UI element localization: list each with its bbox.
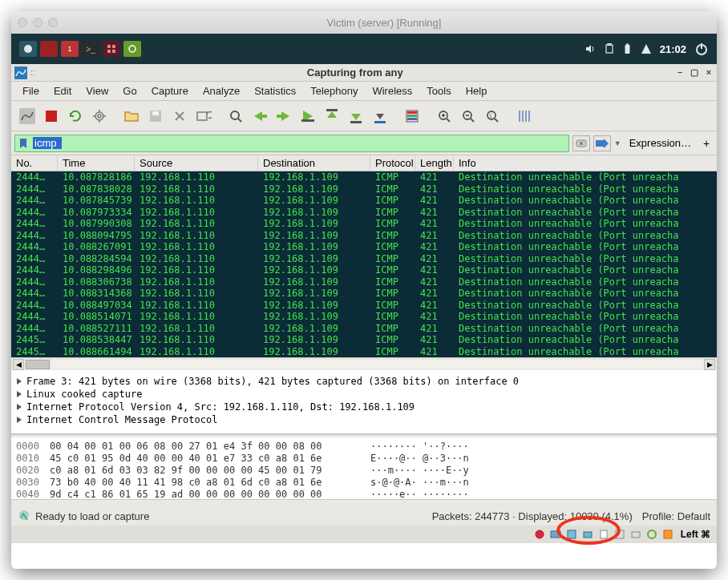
- auto-scroll-button[interactable]: [369, 105, 391, 127]
- filter-dropdown-icon[interactable]: ▼: [614, 139, 621, 147]
- packet-row[interactable]: 2444…10.088527111192.168.1.110192.168.1.…: [11, 323, 717, 335]
- expand-arrow-icon[interactable]: [17, 378, 22, 385]
- packet-details-pane[interactable]: Frame 3: 421 bytes on wire (3368 bits), …: [11, 370, 717, 434]
- packet-row[interactable]: 2444…10.088298496192.168.1.110192.168.1.…: [11, 264, 717, 276]
- close-button[interactable]: ×: [704, 67, 714, 78]
- scrollbar-track[interactable]: [51, 360, 704, 369]
- power-icon[interactable]: [694, 42, 709, 56]
- menu-analyze[interactable]: Analyze: [196, 83, 246, 99]
- packet-row[interactable]: 2444…10.088284594192.168.1.110192.168.1.…: [11, 253, 717, 265]
- go-next-button[interactable]: [273, 105, 295, 127]
- column-header-time[interactable]: Time: [58, 155, 135, 171]
- panel-clock[interactable]: 21:02: [660, 43, 686, 55]
- filter-bookmark-icon[interactable]: [18, 138, 30, 149]
- hex-row[interactable]: 0020c0 a8 01 6d 03 03 82 9f 00 00 00 00 …: [16, 465, 712, 477]
- packet-row[interactable]: 2445…10.088661494192.168.1.110192.168.1.…: [11, 346, 717, 358]
- details-tree-item[interactable]: Frame 3: 421 bytes on wire (3368 bits), …: [14, 375, 714, 388]
- tray-icon-9[interactable]: [661, 528, 674, 541]
- expand-arrow-icon[interactable]: [17, 417, 22, 423]
- details-tree-item[interactable]: Internet Protocol Version 4, Src: 192.16…: [14, 401, 714, 413]
- start-capture-button[interactable]: [16, 105, 38, 127]
- tray-icon-3[interactable]: [565, 528, 578, 541]
- tray-icon-7[interactable]: [629, 528, 642, 541]
- notification-icon[interactable]: [641, 43, 652, 54]
- packet-row[interactable]: 2444…10.087828186192.168.1.110192.168.1.…: [11, 171, 717, 183]
- close-file-button[interactable]: [168, 105, 191, 127]
- packet-row[interactable]: 2444…10.088497034192.168.1.110192.168.1.…: [11, 300, 717, 312]
- tray-icon-8[interactable]: [645, 528, 658, 541]
- display-filter-field[interactable]: [14, 135, 569, 152]
- mac-minimize-button[interactable]: [33, 18, 42, 27]
- scroll-right-icon[interactable]: ▶: [704, 359, 715, 370]
- expert-info-icon[interactable]: [18, 509, 30, 524]
- mac-close-button[interactable]: [18, 18, 27, 27]
- save-button[interactable]: [144, 105, 167, 127]
- details-tree-item[interactable]: Internet Control Message Protocol: [14, 413, 714, 426]
- tray-icon-5[interactable]: [597, 528, 610, 541]
- panel-app-menu-icon[interactable]: [19, 41, 37, 57]
- packet-row[interactable]: 2444…10.088094795192.168.1.110192.168.1.…: [11, 230, 717, 242]
- status-profile[interactable]: Profile: Default: [642, 510, 710, 522]
- hex-row[interactable]: 001045 c0 01 95 0d 40 00 00 40 01 e7 33 …: [16, 453, 712, 465]
- tray-icon-6[interactable]: [613, 528, 626, 541]
- display-filter-input[interactable]: [33, 137, 62, 149]
- find-packet-button[interactable]: [224, 105, 247, 127]
- scroll-left-icon[interactable]: ◀: [13, 359, 24, 370]
- zoom-reset-button[interactable]: 1: [481, 105, 504, 127]
- clipboard-icon[interactable]: [605, 43, 614, 54]
- panel-item-1[interactable]: [40, 41, 58, 57]
- tray-icon-4[interactable]: [581, 528, 594, 541]
- restart-capture-button[interactable]: [64, 105, 87, 127]
- minimize-button[interactable]: –: [675, 67, 685, 78]
- packet-row[interactable]: 2444…10.088514071192.168.1.110192.168.1.…: [11, 311, 717, 323]
- colorize-button[interactable]: [401, 105, 423, 127]
- column-header-protocol[interactable]: Protocol: [370, 155, 415, 171]
- packet-row[interactable]: 2444…10.088267091192.168.1.110192.168.1.…: [11, 241, 717, 253]
- menu-capture[interactable]: Capture: [145, 83, 195, 99]
- menu-tools[interactable]: Tools: [420, 83, 457, 99]
- filter-expression-button[interactable]: Expression…: [625, 135, 696, 151]
- packet-row[interactable]: 2444…10.088314368192.168.1.110192.168.1.…: [11, 288, 717, 300]
- menu-view[interactable]: View: [79, 83, 115, 99]
- hex-row[interactable]: 00409d c4 c1 86 01 65 19 ad 00 00 00 00 …: [16, 489, 712, 500]
- column-header-length[interactable]: Length: [415, 155, 454, 171]
- reload-button[interactable]: [192, 105, 215, 127]
- panel-item-5[interactable]: [123, 41, 141, 57]
- menu-help[interactable]: Help: [459, 83, 494, 99]
- expand-arrow-icon[interactable]: [17, 391, 22, 397]
- capture-options-button[interactable]: [88, 105, 111, 127]
- packet-row[interactable]: 2444…10.087838028192.168.1.110192.168.1.…: [11, 183, 717, 195]
- packet-list-scrollbar[interactable]: ◀ ▶: [11, 357, 717, 370]
- go-prev-button[interactable]: [249, 105, 271, 127]
- battery-icon[interactable]: [622, 43, 633, 54]
- filter-clear-button[interactable]: [572, 135, 590, 151]
- zoom-out-button[interactable]: [457, 105, 479, 127]
- column-header-destination[interactable]: Destination: [258, 155, 370, 171]
- details-tree-item[interactable]: Linux cooked capture: [14, 388, 714, 401]
- column-header-no[interactable]: No.: [11, 155, 58, 171]
- packet-row[interactable]: 2444…10.087973334192.168.1.110192.168.1.…: [11, 207, 717, 219]
- maximize-button[interactable]: ▢: [690, 67, 699, 78]
- packet-bytes-pane[interactable]: 000000 04 00 01 00 06 08 00 27 01 e4 3f …: [11, 437, 717, 500]
- scrollbar-thumb[interactable]: [26, 360, 50, 369]
- tray-icon-2[interactable]: [549, 528, 562, 541]
- filter-add-button[interactable]: +: [699, 137, 714, 150]
- panel-item-4[interactable]: [103, 41, 120, 57]
- packet-row[interactable]: 2444…10.087845739192.168.1.110192.168.1.…: [11, 195, 717, 207]
- panel-terminal-icon[interactable]: >_: [82, 41, 99, 57]
- packet-row[interactable]: 2445…10.088538447192.168.1.110192.168.1.…: [11, 334, 717, 346]
- resize-columns-button[interactable]: [513, 105, 536, 127]
- column-header-info[interactable]: Info: [454, 155, 717, 171]
- menu-telephony[interactable]: Telephony: [304, 83, 364, 99]
- mac-zoom-button[interactable]: [48, 18, 58, 27]
- menu-edit[interactable]: Edit: [47, 83, 78, 99]
- packet-list[interactable]: 2444…10.087828186192.168.1.110192.168.1.…: [11, 171, 717, 357]
- stop-capture-button[interactable]: [40, 105, 63, 127]
- menu-file[interactable]: File: [16, 83, 46, 99]
- packet-row[interactable]: 2444…10.087990308192.168.1.110192.168.1.…: [11, 218, 717, 230]
- go-first-button[interactable]: [321, 105, 343, 127]
- filter-apply-button[interactable]: [593, 135, 611, 151]
- column-header-source[interactable]: Source: [135, 155, 258, 171]
- menu-wireless[interactable]: Wireless: [366, 83, 419, 99]
- hex-row[interactable]: 003073 b0 40 00 40 11 41 98 c0 a8 01 6d …: [16, 477, 712, 489]
